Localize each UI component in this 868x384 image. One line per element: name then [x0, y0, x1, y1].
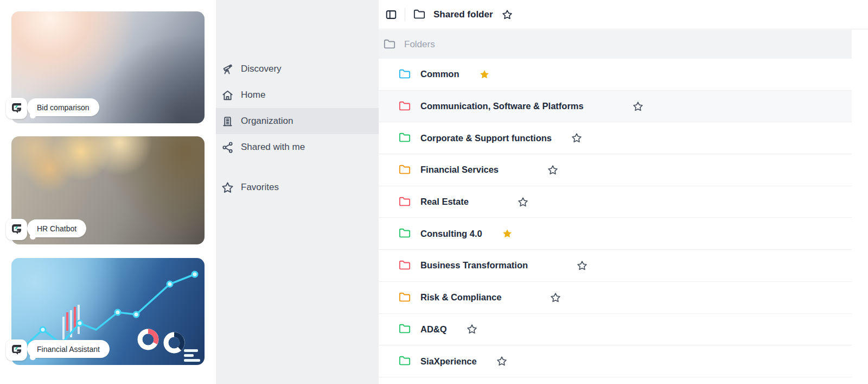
folder-icon [399, 228, 411, 240]
sidebar-item-discovery[interactable]: Discovery [216, 56, 379, 82]
folder-row[interactable]: SiaXperience [379, 345, 852, 377]
folder-icon [399, 196, 411, 208]
g-logo-icon [9, 100, 24, 117]
folders-section-label: Folders [404, 39, 435, 50]
star-icon [221, 181, 234, 194]
sidebar-item-shared-with-me[interactable]: Shared with me [216, 134, 379, 160]
sidebar-item-label: Home [241, 90, 265, 100]
folder-icon [399, 292, 411, 304]
folder-name: Corporate & Support functions [420, 133, 552, 143]
sidebar-item-favorites[interactable]: Favorites [216, 174, 379, 200]
folder-name: Financial Services [420, 165, 499, 175]
folder-row[interactable]: Financial Services [379, 154, 852, 186]
folder-icon [399, 68, 411, 80]
folder-icon [384, 39, 395, 51]
page-title: Shared folder [433, 9, 493, 20]
sidebar-nav-list: Discovery Home Organization Shared with … [216, 56, 379, 200]
folder-name: AD&Q [420, 324, 447, 335]
favorite-star-button[interactable] [571, 133, 582, 143]
g-logo-icon [9, 221, 24, 238]
header-divider [405, 8, 405, 21]
favorite-star-button[interactable] [502, 9, 513, 20]
sidebar-item-home[interactable]: Home [216, 82, 379, 108]
folder-name: Business Transformation [420, 260, 528, 270]
chevron-right-icon [358, 182, 370, 192]
building-icon [221, 115, 234, 128]
favorite-star-button[interactable] [633, 101, 643, 112]
folder-name: Risk & Compliance [420, 292, 501, 303]
folder-icon [399, 260, 411, 272]
folder-name: Communication, Software & Platforms [420, 101, 584, 111]
favorite-star-button[interactable] [577, 260, 588, 271]
main-header: Shared folder [379, 0, 868, 29]
navigation-sidebar: Discovery Home Organization Shared with … [216, 0, 379, 384]
favorite-star-button[interactable] [496, 356, 507, 367]
folders-section-header: Folders [379, 30, 852, 59]
folder-name: Real Estate [420, 197, 469, 207]
panel-left-icon[interactable] [385, 9, 397, 21]
folder-list: Common Communication, Software & Platfor… [379, 59, 852, 377]
folder-row[interactable]: Corporate & Support functions [379, 122, 852, 154]
folder-icon [399, 100, 411, 112]
folder-row[interactable]: Business Transformation [379, 250, 852, 282]
g-logo-icon [9, 342, 24, 358]
app-card-label: Financial Assistant [27, 340, 110, 358]
app-logo-badge [6, 339, 27, 361]
app-card[interactable]: HR Chatbot [11, 136, 205, 244]
app-card[interactable]: Bid comparison [11, 11, 205, 123]
folder-name: Common [420, 69, 459, 79]
favorite-star-button[interactable] [467, 324, 477, 335]
favorite-star-button[interactable] [518, 197, 528, 207]
favorite-star-filled[interactable] [479, 69, 490, 80]
sidebar-item-organization[interactable]: Organization [216, 108, 379, 134]
folder-name: SiaXperience [420, 356, 477, 367]
folder-icon [399, 355, 411, 367]
folder-icon [399, 132, 411, 144]
folder-icon [399, 323, 411, 335]
favorite-star-filled[interactable] [502, 228, 513, 239]
sidebar-item-label: Organization [241, 116, 293, 127]
favorite-star-button[interactable] [550, 292, 561, 303]
app-card-label: Bid comparison [27, 98, 99, 116]
app-card[interactable]: Financial Assistant [11, 258, 205, 365]
app-cards: Bid comparison HR Chatbot Financial Assi… [0, 0, 216, 384]
sidebar-item-label: Favorites [241, 182, 279, 193]
folder-row[interactable]: Common [379, 59, 852, 91]
folder-icon [413, 9, 425, 21]
folder-row[interactable]: AD&Q [379, 314, 852, 346]
main-panel: Shared folder Folders Common Communicati… [379, 0, 868, 384]
app-logo-badge [6, 219, 27, 240]
home-icon [221, 89, 234, 102]
favorite-star-button[interactable] [547, 165, 558, 175]
folder-row[interactable]: Consulting 4.0 [379, 218, 852, 250]
sidebar-item-label: Discovery [241, 64, 282, 74]
sidebar-item-label: Shared with me [241, 142, 305, 153]
folder-name: Consulting 4.0 [420, 229, 482, 239]
telescope-icon [221, 63, 234, 75]
share-icon [221, 141, 234, 154]
folder-row[interactable]: Communication, Software & Platforms [379, 91, 852, 123]
folder-row[interactable]: Real Estate [379, 186, 852, 218]
app-card-label: HR Chatbot [27, 219, 86, 237]
folder-row[interactable]: Risk & Compliance [379, 282, 852, 314]
folder-icon [399, 164, 411, 176]
app-logo-badge [6, 98, 27, 119]
